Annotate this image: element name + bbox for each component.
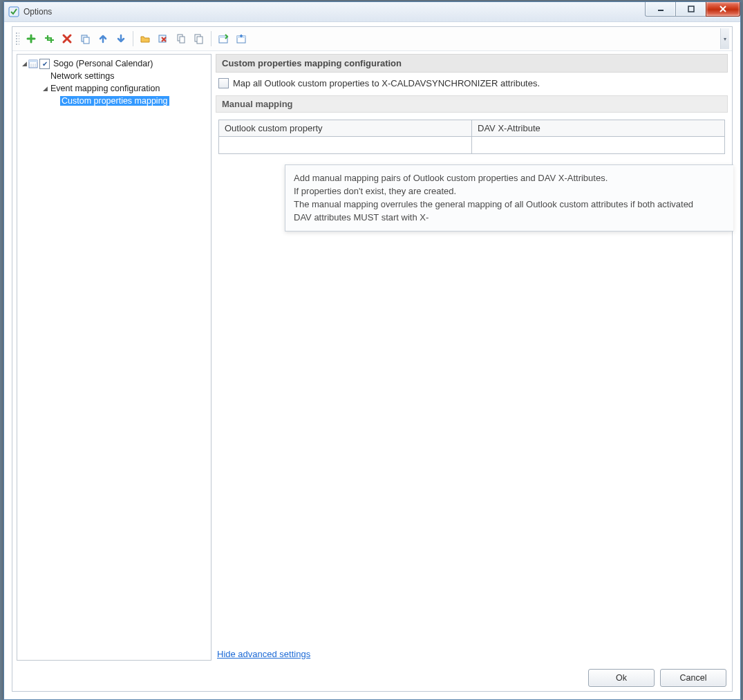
cancel-button[interactable]: Cancel (660, 669, 726, 687)
ok-button[interactable]: Ok (588, 669, 655, 687)
tooltip-line: The manual mapping overrules the general… (294, 198, 725, 211)
tree-root-label: Sogo (Personal Calendar) (52, 59, 155, 68)
tooltip-line: DAV attributes MUST start with X- (294, 211, 725, 225)
toolbar: ▾ (12, 27, 732, 51)
window-title: Options (23, 7, 52, 17)
add-icon[interactable] (23, 30, 39, 47)
hide-advanced-link[interactable]: Hide advanced settings (217, 649, 310, 659)
toolbar-separator (133, 31, 133, 46)
svg-rect-15 (29, 60, 37, 62)
calendar-icon (28, 59, 38, 68)
tooltip-line: Add manual mapping pairs of Outlook cust… (294, 172, 725, 185)
tree-event-mapping[interactable]: ◢ Event mapping configuration (19, 82, 209, 95)
map-all-checkbox[interactable] (218, 78, 229, 88)
manual-mapping-table-wrap: Outlook custom property DAV X-Attribute (218, 120, 725, 154)
close-button[interactable] (706, 2, 740, 17)
copy-icon[interactable] (77, 30, 93, 47)
calendar-add-icon[interactable] (233, 30, 250, 47)
help-tooltip: Add manual mapping pairs of Outlook cust… (285, 164, 733, 231)
profile-tree-pane: ◢ ✔ Sogo (Personal Calendar) Network set… (17, 54, 211, 661)
tooltip-line: If properties don't exist, they are crea… (294, 185, 725, 198)
copy-all-icon[interactable] (173, 30, 189, 47)
map-all-label: Map all Outlook custom properties to X-C… (233, 78, 540, 88)
app-icon (8, 6, 19, 17)
cell-dav[interactable] (472, 137, 725, 154)
footer: Ok Cancel (588, 669, 726, 687)
table-header-row: Outlook custom property DAV X-Attribute (219, 120, 725, 137)
move-down-icon[interactable] (113, 30, 129, 47)
tree-item-label: Event mapping configuration (49, 84, 161, 93)
content-frame: ▾ ◢ ✔ Sogo (Personal Calendar) Network (12, 26, 733, 692)
svg-rect-1 (658, 10, 664, 11)
expand-icon[interactable]: ◢ (41, 85, 49, 92)
tree-root[interactable]: ◢ ✔ Sogo (Personal Calendar) (19, 57, 209, 70)
manual-mapping-table[interactable]: Outlook custom property DAV X-Attribute (218, 120, 725, 154)
clear-cache-icon[interactable] (155, 30, 171, 47)
col-dav[interactable]: DAV X-Attribute (472, 120, 725, 137)
table-row[interactable] (219, 137, 725, 154)
content-pane: Custom properties mapping configuration … (216, 54, 728, 661)
toolbar-separator (211, 31, 211, 46)
add-multiple-icon[interactable] (41, 30, 57, 47)
profile-enabled-checkbox[interactable]: ✔ (39, 59, 50, 69)
section-header: Custom properties mapping configuration (216, 54, 728, 73)
col-outlook[interactable]: Outlook custom property (219, 120, 472, 137)
body: ◢ ✔ Sogo (Personal Calendar) Network set… (12, 51, 732, 663)
svg-rect-4 (84, 37, 89, 44)
tree-item-label: Custom properties mapping (60, 96, 169, 106)
cell-outlook[interactable] (219, 137, 472, 154)
svg-rect-2 (688, 6, 694, 12)
window-controls (646, 2, 740, 16)
titlebar: Options (4, 2, 740, 22)
options-window: Options (3, 1, 741, 700)
toolbar-grip (15, 32, 19, 46)
svg-rect-7 (180, 37, 185, 43)
open-folder-icon[interactable] (137, 30, 153, 47)
manual-mapping-header: Manual mapping (216, 95, 728, 113)
profile-tree[interactable]: ◢ ✔ Sogo (Personal Calendar) Network set… (17, 55, 211, 110)
paste-all-icon[interactable] (191, 30, 207, 47)
calendar-props-icon[interactable] (215, 30, 232, 47)
toolbar-overflow[interactable]: ▾ (720, 28, 729, 49)
expand-icon[interactable]: ◢ (20, 60, 28, 67)
tree-item-label: Network settings (49, 71, 115, 81)
delete-icon[interactable] (59, 30, 75, 47)
tree-network-settings[interactable]: Network settings (19, 70, 209, 82)
move-up-icon[interactable] (95, 30, 111, 47)
tree-custom-mapping[interactable]: Custom properties mapping (19, 95, 209, 107)
svg-rect-9 (197, 37, 203, 44)
map-all-row: Map all Outlook custom properties to X-C… (216, 73, 728, 94)
maximize-button[interactable] (675, 2, 706, 17)
minimize-button[interactable] (645, 2, 676, 17)
